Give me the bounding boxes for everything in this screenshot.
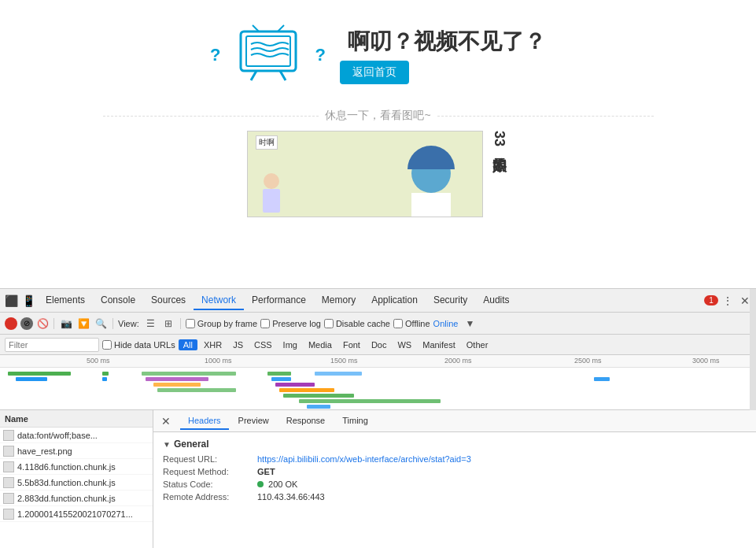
filter-tag-all[interactable]: All	[179, 339, 197, 350]
filter-tag-ws[interactable]: WS	[393, 339, 416, 350]
offline-label: Offline	[405, 319, 430, 328]
detail-close-button[interactable]: ✕	[157, 413, 175, 429]
filter-tag-font[interactable]: Font	[338, 339, 365, 350]
detail-content: General Request URL: https://api.bilibil…	[153, 432, 756, 548]
filter-tag-img[interactable]: Img	[278, 339, 302, 350]
inspect-icon[interactable]: ⬛	[3, 293, 19, 309]
record-button[interactable]	[5, 317, 17, 330]
remote-address-row: Remote Address: 110.43.34.66:443	[163, 492, 747, 502]
detail-tabs: ✕ Headers Preview Response Timing	[153, 410, 756, 432]
tab-network[interactable]: Network	[194, 291, 244, 310]
filter-tag-doc[interactable]: Doc	[367, 339, 392, 350]
group-frame-checkbox[interactable]	[186, 319, 195, 328]
error-title: 啊叨？视频不见了？	[348, 27, 546, 57]
detail-tab-timing[interactable]: Timing	[334, 413, 376, 430]
file-icon	[3, 446, 14, 457]
remote-address-label: Remote Address:	[163, 492, 257, 502]
filter-tag-xhr[interactable]: XHR	[199, 339, 227, 350]
offline-checkbox[interactable]	[393, 319, 403, 328]
question-mark-left: ?	[210, 45, 220, 65]
offline-wrap: Offline	[393, 319, 430, 328]
filter-row: Hide data URLs AllXHRJSCSSImgMediaFontDo…	[0, 335, 756, 355]
file-name: 4.118d6.function.chunk.js	[17, 462, 116, 472]
tv-icon	[229, 24, 308, 87]
tab-application[interactable]: Application	[363, 291, 426, 310]
tab-sources[interactable]: Sources	[143, 291, 194, 310]
devtools-panel: ⬛ 📱 Elements Console Sources Network Per…	[0, 288, 756, 548]
file-item[interactable]: 5.5b83d.function.chunk.js	[0, 475, 153, 491]
file-item[interactable]: 2.883dd.function.chunk.js	[0, 491, 153, 506]
svg-line-2	[251, 71, 256, 80]
file-item[interactable]: have_rest.png	[0, 443, 153, 459]
hide-data-urls-checkbox[interactable]	[102, 340, 112, 350]
camera-icon[interactable]: 📷	[59, 317, 73, 331]
comic-section: 时啊 33娘的零	[247, 131, 509, 217]
group-frame-label: Group by frame	[197, 319, 257, 328]
file-icon	[3, 461, 14, 472]
detail-tab-headers[interactable]: Headers	[180, 413, 229, 430]
detail-panel: ✕ Headers Preview Response Timing Genera…	[153, 410, 756, 548]
comic-image: 时啊	[247, 131, 483, 217]
file-item[interactable]: 4.118d6.function.chunk.js	[0, 459, 153, 475]
tab-audits[interactable]: Audits	[475, 291, 517, 310]
tab-security[interactable]: Security	[426, 291, 475, 310]
stop-button[interactable]: ⊘	[20, 317, 33, 330]
file-items: data:font/woff;base...have_rest.png4.118…	[0, 428, 153, 522]
filter-tag-js[interactable]: JS	[228, 339, 248, 350]
timeline-ruler: 500 ms 1000 ms 1500 ms 2000 ms 2500 ms 3…	[0, 355, 756, 368]
filter-input[interactable]	[5, 338, 99, 352]
group-frame-wrap: Group by frame	[186, 319, 257, 328]
detail-tab-response[interactable]: Response	[278, 413, 334, 430]
request-url-value: https://api.bilibili.com/x/web-interface…	[257, 454, 471, 464]
browser-content: ? ? 啊叨？视频不见了？ 返回首页	[0, 0, 756, 291]
file-list: Name data:font/woff;base...have_rest.png…	[0, 410, 153, 548]
filter-tag-media[interactable]: Media	[304, 339, 337, 350]
request-method-row: Request Method: GET	[163, 467, 747, 476]
tab-console[interactable]: Console	[93, 291, 143, 310]
file-item[interactable]: 1.200001415520021070271...	[0, 506, 153, 522]
file-name: 1.200001415520021070271...	[17, 509, 133, 519]
clear-button[interactable]: 🚫	[36, 317, 49, 330]
question-mark-right: ?	[315, 45, 326, 65]
svg-line-3	[280, 71, 286, 80]
preserve-log-wrap: Preserve log	[260, 319, 321, 328]
throttle-dropdown-icon[interactable]: ▼	[463, 317, 477, 331]
ruler-mark-500: 500 ms	[87, 357, 110, 365]
detail-tab-preview[interactable]: Preview	[230, 413, 277, 430]
view-label: View:	[118, 319, 139, 328]
ruler-mark-3000: 3000 ms	[692, 357, 720, 365]
return-home-button[interactable]: 返回首页	[340, 61, 409, 84]
filter-tag-manifest[interactable]: Manifest	[418, 339, 460, 350]
error-section: ? ? 啊叨？视频不见了？ 返回首页	[103, 0, 654, 217]
remote-address-value: 110.43.34.66:443	[257, 492, 325, 502]
device-icon[interactable]: 📱	[20, 293, 36, 309]
file-name: 2.883dd.function.chunk.js	[17, 494, 116, 503]
request-method-label: Request Method:	[163, 467, 257, 476]
file-list-header: Name	[0, 410, 153, 428]
search-icon[interactable]: 🔍	[94, 317, 108, 331]
divider-line-left	[103, 116, 319, 117]
devtools-menu-icon[interactable]: ⋮	[720, 293, 736, 309]
filter-icon[interactable]: 🔽	[76, 317, 90, 331]
main-content: Name data:font/woff;base...have_rest.png…	[0, 410, 756, 548]
ruler-mark-1500: 1500 ms	[330, 357, 358, 365]
filter-tag-other[interactable]: Other	[462, 339, 493, 350]
filter-tags: AllXHRJSCSSImgMediaFontDocWSManifestOthe…	[179, 339, 493, 350]
list-view-icon[interactable]: ☰	[144, 317, 158, 331]
tab-elements[interactable]: Elements	[38, 291, 93, 310]
general-section-header: General	[163, 439, 747, 450]
timeline-waterfall	[0, 368, 756, 409]
timeline-bar[interactable]: 500 ms 1000 ms 1500 ms 2000 ms 2500 ms 3…	[0, 355, 756, 410]
filter-tag-css[interactable]: CSS	[249, 339, 277, 350]
preserve-log-checkbox[interactable]	[260, 319, 270, 328]
ruler-mark-2000: 2000 ms	[444, 357, 472, 365]
file-item[interactable]: data:font/woff;base...	[0, 428, 153, 443]
status-dot	[257, 481, 264, 487]
disable-cache-checkbox[interactable]	[324, 319, 334, 328]
tab-memory[interactable]: Memory	[314, 291, 363, 310]
request-method-value: GET	[257, 467, 275, 476]
tab-performance[interactable]: Performance	[244, 291, 314, 310]
file-name: 5.5b83d.function.chunk.js	[17, 478, 116, 487]
grid-view-icon[interactable]: ⊞	[161, 317, 175, 331]
request-url-label: Request URL:	[163, 454, 257, 464]
